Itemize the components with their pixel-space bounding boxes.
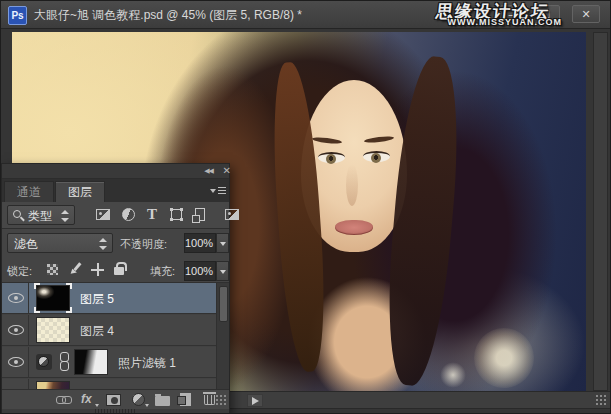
filter-row: 类型 T [2,202,229,229]
text-icon: T [147,206,157,223]
folder-icon [155,396,170,406]
filter-adjustment-layers-button[interactable] [120,207,138,223]
layer-row-photo-filter[interactable]: 照片滤镜 1 [2,347,229,378]
fill-dropdown-arrow[interactable] [216,261,229,281]
visibility-cell[interactable] [2,315,29,346]
selection-bracket [34,283,40,289]
search-icon [13,210,21,218]
lens-flare [474,328,534,388]
selection-bracket [34,307,40,313]
fill-input[interactable]: 100% [184,261,216,281]
selection-bracket [66,283,72,289]
layer-style-button[interactable]: fx [80,392,98,408]
layer-name[interactable]: 照片滤镜 1 [118,355,176,372]
layers-panel: ◀◀ ✕ 通道 图层 类型 T 滤色 不透明度: [1,163,230,413]
filter-type-dropdown[interactable]: 类型 [7,205,75,225]
blend-mode-value: 滤色 [14,236,38,253]
new-layer-button[interactable] [177,392,195,408]
move-cross-icon [91,263,104,276]
photoshop-window: Ps 大眼仔~旭 调色教程.psd @ 45% (图层 5, RGB/8) * … [0,0,611,414]
half-circle-icon [38,356,49,367]
opacity-dropdown-arrow[interactable] [216,233,229,253]
shape-icon [171,209,182,220]
filter-type-label: 类型 [28,208,52,225]
filter-smart-object-button[interactable] [191,207,209,223]
layer-row-3[interactable]: 图层 3 [2,379,229,389]
photoshop-logo-icon: Ps [8,6,27,25]
visibility-cell[interactable] [2,379,29,389]
new-group-button[interactable] [154,392,172,408]
filter-toggle-icon [225,209,239,220]
lock-position-button[interactable] [88,261,106,277]
tab-layers[interactable]: 图层 [55,181,105,202]
dropdown-tick-icon [145,404,149,407]
filter-shape-layers-button[interactable] [168,207,186,223]
layer-name[interactable]: 图层 4 [80,323,114,340]
adjustment-layer-icon[interactable] [36,354,52,370]
subject-left-eye [318,152,345,163]
tab-channels[interactable]: 通道 [4,181,54,202]
filter-type-layers-button[interactable]: T [144,207,162,223]
new-layer-icon [180,393,191,406]
fx-icon: fx [81,392,92,406]
lens-flare-small [440,362,466,388]
filter-toggle-button[interactable] [223,207,241,223]
panel-close-icon[interactable]: ✕ [223,165,231,176]
new-adjustment-layer-button[interactable] [130,392,148,408]
layer-name[interactable]: 图层 5 [80,291,114,308]
mask-link-icon[interactable] [59,351,69,373]
vertical-scrollbar[interactable] [593,32,608,391]
subject-nose [346,164,358,206]
lock-pixels-button[interactable] [66,261,84,277]
panel-menu-icon[interactable] [210,186,224,196]
updown-arrows-icon [61,210,69,222]
image-icon [96,209,110,220]
visibility-cell[interactable] [2,347,29,378]
lock-row: 锁定: 填充: 100% [2,257,229,283]
layer-thumbnail[interactable] [36,381,70,389]
trash-icon [204,395,215,405]
blend-row: 滤色 不透明度: 100% [2,229,229,257]
padlock-icon [114,267,124,275]
panel-resize-bar[interactable] [2,409,229,413]
dropdown-tick-icon [95,404,99,407]
opacity-label: 不透明度: [120,237,167,252]
selection-bracket [66,307,72,313]
adjustment-circle-icon [122,208,135,221]
subject-lips [335,220,373,235]
eye-icon[interactable] [8,357,24,367]
document-title: 大眼仔~旭 调色教程.psd @ 45% (图层 5, RGB/8) * [34,1,302,29]
close-button[interactable]: ✕ [572,5,600,23]
layer-mask-thumbnail[interactable] [74,349,108,375]
eye-icon[interactable] [8,293,24,303]
layer-row-4[interactable]: 图层 4 [2,315,229,346]
title-bar[interactable]: Ps 大眼仔~旭 调色教程.psd @ 45% (图层 5, RGB/8) * … [1,1,611,29]
updown-arrows-icon [99,238,107,250]
lock-all-button[interactable] [110,261,128,277]
brush-icon [69,263,82,276]
subject-right-eye [363,151,390,162]
panel-header[interactable]: ◀◀ ✕ [2,164,229,179]
lock-transparency-button[interactable] [44,261,62,277]
window-resize-grip[interactable] [595,394,608,406]
blend-mode-dropdown[interactable]: 滤色 [7,233,113,253]
add-layer-mask-button[interactable] [105,392,123,408]
layers-list: 图层 5 图层 4 照片滤镜 1 图层 3 [2,283,229,389]
filter-pixel-layers-button[interactable] [94,207,112,223]
eye-icon[interactable] [8,325,24,335]
layer-thumbnail[interactable] [36,317,70,343]
panel-resize-grip[interactable] [215,394,228,406]
watermark-url: www.missyuan.com [448,17,563,27]
link-layers-button[interactable] [55,392,73,408]
visibility-cell[interactable] [2,283,29,314]
layers-scrollbar[interactable] [216,283,229,389]
lock-label: 锁定: [7,264,32,279]
smart-object-icon [195,208,205,221]
layer-row-5[interactable]: 图层 5 [2,283,229,314]
opacity-input[interactable]: 100% [184,233,216,253]
layer-thumbnail[interactable] [36,285,70,311]
collapse-to-icons-icon[interactable]: ◀◀ [204,167,213,175]
panel-footer: fx [2,389,229,409]
status-bar-flyout-button[interactable] [247,394,263,407]
scrollbar-thumb[interactable] [219,286,228,322]
